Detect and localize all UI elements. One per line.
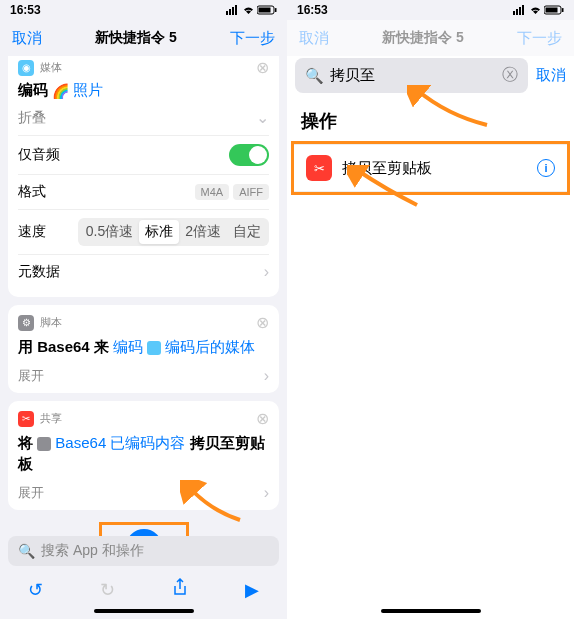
result-label: 拷贝至剪贴板 <box>342 159 432 178</box>
undo-button[interactable]: ↺ <box>28 579 43 601</box>
chevron-right-icon[interactable]: › <box>264 263 269 281</box>
share-button[interactable] <box>172 578 188 601</box>
next-button[interactable]: 下一步 <box>230 29 275 48</box>
status-bar: 16:53 <box>0 0 287 20</box>
card-category: 脚本 <box>40 315 62 330</box>
var-inline-icon <box>37 437 51 451</box>
home-indicator <box>94 609 194 613</box>
run-button[interactable]: ▶ <box>245 579 259 601</box>
encode-card: ◉ 媒体 ⊗ 编码 🌈 照片 折叠 ⌄ 仅音频 格式 M4A AI <box>8 56 279 297</box>
page-title: 新快捷指令 5 <box>95 29 177 47</box>
status-icons <box>513 5 564 15</box>
format-label: 格式 <box>18 183 46 201</box>
svg-rect-5 <box>259 8 271 13</box>
info-button[interactable]: i <box>537 159 555 177</box>
encoded-media-link[interactable]: 编码后的媒体 <box>165 338 255 355</box>
metadata-label: 元数据 <box>18 263 60 281</box>
search-icon: 🔍 <box>18 543 35 559</box>
clipboard-card: ✂ 共享 ⊗ 将 Base64 已编码内容 拷贝至剪贴板 展开 › <box>8 401 279 510</box>
chevron-right-icon[interactable]: › <box>264 367 269 385</box>
status-time: 16:53 <box>297 3 328 17</box>
audio-only-toggle[interactable] <box>229 144 269 166</box>
cancel-search-button[interactable]: 取消 <box>536 66 566 85</box>
svg-rect-6 <box>275 8 277 12</box>
svg-rect-2 <box>232 7 234 15</box>
photos-link[interactable]: 照片 <box>73 81 103 100</box>
content-area: ◉ 媒体 ⊗ 编码 🌈 照片 折叠 ⌄ 仅音频 格式 M4A AI <box>0 56 287 536</box>
svg-rect-0 <box>226 11 228 15</box>
format-aiff[interactable]: AIFF <box>233 184 269 200</box>
status-bar: 16:53 <box>287 0 574 20</box>
encode-link[interactable]: 编码 <box>113 338 143 355</box>
base64-card: ⚙ 脚本 ⊗ 用 Base64 来 编码 编码后的媒体 展开 › <box>8 305 279 393</box>
chevron-down-icon[interactable]: ⌄ <box>256 108 269 127</box>
search-bar[interactable]: 🔍 搜索 App 和操作 <box>8 536 279 566</box>
bottom-toolbar: ↺ ↻ ▶ <box>0 570 287 605</box>
svg-rect-14 <box>562 8 564 12</box>
audio-only-label: 仅音频 <box>18 146 60 164</box>
format-m4a[interactable]: M4A <box>195 184 230 200</box>
close-card-button[interactable]: ⊗ <box>256 409 269 428</box>
section-title: 操作 <box>287 101 574 141</box>
close-card-button[interactable]: ⊗ <box>256 58 269 77</box>
media-inline-icon <box>147 341 161 355</box>
svg-rect-3 <box>235 5 237 15</box>
result-copy-clipboard[interactable]: ✂ 拷贝至剪贴板 i <box>294 144 567 192</box>
svg-rect-10 <box>519 7 521 15</box>
scissors-icon: ✂ <box>306 155 332 181</box>
svg-rect-9 <box>516 9 518 15</box>
svg-rect-13 <box>546 8 558 13</box>
nav-bar-background: 取消 新快捷指令 5 下一步 <box>287 20 574 56</box>
status-icons <box>226 5 277 15</box>
add-action-button[interactable]: + <box>126 529 162 536</box>
close-card-button[interactable]: ⊗ <box>256 313 269 332</box>
highlight-result: ✂ 拷贝至剪贴板 i <box>291 141 570 195</box>
cancel-button[interactable]: 取消 <box>12 29 42 48</box>
svg-rect-11 <box>522 5 524 15</box>
highlight-add: + <box>99 522 189 536</box>
expand-label[interactable]: 展开 <box>18 367 44 385</box>
search-field[interactable]: 🔍 拷贝至 ⓧ <box>295 58 528 93</box>
svg-rect-1 <box>229 9 231 15</box>
base64-content-link[interactable]: Base64 已编码内容 <box>55 434 185 451</box>
svg-rect-8 <box>513 11 515 15</box>
clear-search-button[interactable]: ⓧ <box>502 65 518 86</box>
card-category: 媒体 <box>40 60 62 75</box>
card-category: 共享 <box>40 411 62 426</box>
search-value: 拷贝至 <box>330 66 375 85</box>
share-icon: ✂ <box>18 411 34 427</box>
speed-label: 速度 <box>18 223 46 241</box>
expand-label[interactable]: 展开 <box>18 484 44 502</box>
status-time: 16:53 <box>10 3 41 17</box>
nav-bar: 取消 新快捷指令 5 下一步 <box>0 20 287 56</box>
redo-button: ↻ <box>100 579 115 601</box>
home-indicator <box>381 609 481 613</box>
search-placeholder: 搜索 App 和操作 <box>41 542 144 560</box>
fold-label: 折叠 <box>18 109 46 127</box>
left-phone: 16:53 取消 新快捷指令 5 下一步 ◉ 媒体 ⊗ 编码 🌈 照片 折叠 ⌄ <box>0 0 287 619</box>
media-icon: ◉ <box>18 60 34 76</box>
script-icon: ⚙ <box>18 315 34 331</box>
right-phone: 16:53 取消 新快捷指令 5 下一步 🔍 拷贝至 ⓧ 取消 操作 ✂ 拷贝至… <box>287 0 574 619</box>
encode-label: 编码 <box>18 81 48 100</box>
speed-segment[interactable]: 0.5倍速 标准 2倍速 自定 <box>78 218 269 246</box>
search-icon: 🔍 <box>305 67 324 85</box>
chevron-right-icon[interactable]: › <box>264 484 269 502</box>
